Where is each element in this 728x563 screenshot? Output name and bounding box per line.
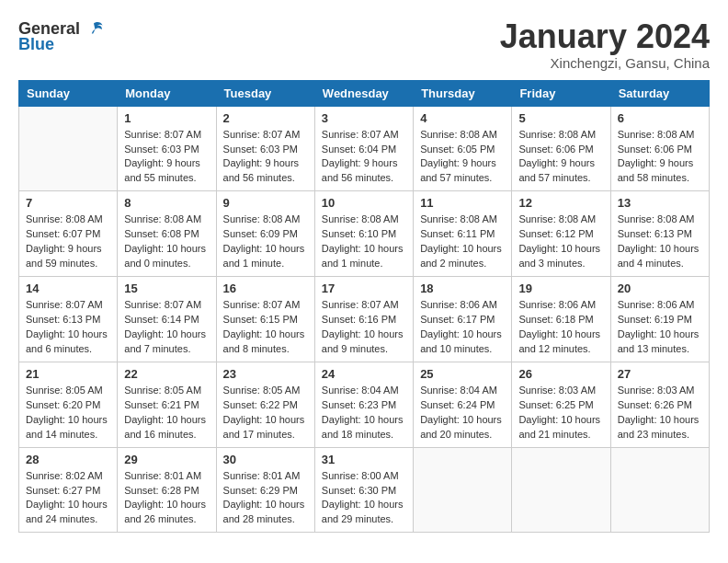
day-info: Sunrise: 8:08 AMSunset: 6:06 PMDaylight:…	[618, 128, 702, 187]
table-row: 18Sunrise: 8:06 AMSunset: 6:17 PMDayligh…	[414, 277, 512, 362]
title-block: January 2024 Xinchengzi, Gansu, China	[500, 18, 710, 71]
day-number: 6	[618, 111, 702, 125]
sunset-text: Sunset: 6:12 PM	[518, 227, 603, 242]
sunrise-text: Sunrise: 8:05 AM	[124, 384, 209, 398]
sunrise-text: Sunrise: 8:06 AM	[518, 298, 603, 313]
sunset-text: Sunset: 6:15 PM	[223, 313, 308, 327]
sunrise-text: Sunrise: 8:08 AM	[518, 128, 603, 143]
sunrise-text: Sunrise: 8:00 AM	[322, 469, 406, 484]
calendar-table: Sunday Monday Tuesday Wednesday Thursday…	[18, 80, 710, 534]
table-row: 4Sunrise: 8:08 AMSunset: 6:05 PMDaylight…	[414, 106, 512, 191]
sunrise-text: Sunrise: 8:01 AM	[223, 469, 308, 484]
day-number: 15	[124, 282, 209, 295]
calendar-week-row: 14Sunrise: 8:07 AMSunset: 6:13 PMDayligh…	[19, 277, 710, 362]
day-info: Sunrise: 8:07 AMSunset: 6:03 PMDaylight:…	[124, 128, 209, 187]
daylight-text: Daylight: 10 hours and 13 minutes.	[618, 327, 702, 357]
day-number: 26	[518, 367, 603, 381]
daylight-text: Daylight: 10 hours and 2 minutes.	[420, 242, 505, 271]
day-number: 30	[223, 453, 308, 466]
table-row	[512, 447, 610, 533]
day-number: 7	[26, 196, 110, 210]
location-subtitle: Xinchengzi, Gansu, China	[500, 55, 710, 71]
daylight-text: Daylight: 9 hours and 56 minutes.	[223, 156, 308, 186]
day-info: Sunrise: 8:04 AMSunset: 6:24 PMDaylight:…	[420, 384, 505, 442]
day-info: Sunrise: 8:08 AMSunset: 6:06 PMDaylight:…	[518, 128, 603, 187]
table-row: 20Sunrise: 8:06 AMSunset: 6:19 PMDayligh…	[610, 277, 709, 362]
day-info: Sunrise: 8:06 AMSunset: 6:19 PMDaylight:…	[618, 298, 702, 357]
table-row	[19, 106, 118, 191]
sunrise-text: Sunrise: 8:08 AM	[518, 213, 603, 227]
logo-blue: Blue	[18, 35, 54, 54]
daylight-text: Daylight: 10 hours and 14 minutes.	[26, 413, 110, 442]
sunset-text: Sunset: 6:03 PM	[223, 143, 308, 157]
header-thursday: Thursday	[414, 80, 512, 106]
day-info: Sunrise: 8:08 AMSunset: 6:09 PMDaylight:…	[223, 213, 308, 271]
daylight-text: Daylight: 10 hours and 21 minutes.	[518, 413, 603, 442]
daylight-text: Daylight: 10 hours and 23 minutes.	[618, 413, 702, 442]
table-row: 29Sunrise: 8:01 AMSunset: 6:28 PMDayligh…	[118, 447, 216, 533]
day-number: 16	[223, 282, 308, 295]
table-row: 7Sunrise: 8:08 AMSunset: 6:07 PMDaylight…	[19, 191, 118, 277]
day-number: 17	[322, 282, 406, 295]
day-number: 21	[26, 367, 110, 381]
table-row: 28Sunrise: 8:02 AMSunset: 6:27 PMDayligh…	[19, 447, 118, 533]
sunrise-text: Sunrise: 8:04 AM	[420, 384, 505, 398]
day-info: Sunrise: 8:03 AMSunset: 6:26 PMDaylight:…	[618, 384, 702, 442]
daylight-text: Daylight: 10 hours and 10 minutes.	[420, 327, 505, 357]
sunrise-text: Sunrise: 8:03 AM	[518, 384, 603, 398]
day-number: 29	[124, 453, 209, 466]
sunset-text: Sunset: 6:25 PM	[518, 398, 603, 413]
day-info: Sunrise: 8:04 AMSunset: 6:23 PMDaylight:…	[322, 384, 406, 442]
table-row: 30Sunrise: 8:01 AMSunset: 6:29 PMDayligh…	[216, 447, 314, 533]
sunrise-text: Sunrise: 8:08 AM	[420, 213, 505, 227]
sunrise-text: Sunrise: 8:01 AM	[124, 469, 209, 484]
day-info: Sunrise: 8:05 AMSunset: 6:21 PMDaylight:…	[124, 384, 209, 442]
sunset-text: Sunset: 6:27 PM	[26, 484, 110, 499]
table-row: 9Sunrise: 8:08 AMSunset: 6:09 PMDaylight…	[216, 191, 314, 277]
daylight-text: Daylight: 10 hours and 7 minutes.	[124, 327, 209, 357]
day-info: Sunrise: 8:07 AMSunset: 6:13 PMDaylight:…	[26, 298, 110, 357]
sunrise-text: Sunrise: 8:08 AM	[420, 128, 505, 143]
daylight-text: Daylight: 9 hours and 59 minutes.	[26, 242, 110, 271]
day-number: 25	[420, 367, 505, 381]
table-row	[414, 447, 512, 533]
daylight-text: Daylight: 10 hours and 26 minutes.	[124, 498, 209, 527]
day-number: 22	[124, 367, 209, 381]
table-row: 1Sunrise: 8:07 AMSunset: 6:03 PMDaylight…	[118, 106, 216, 191]
sunrise-text: Sunrise: 8:07 AM	[124, 128, 209, 143]
sunrise-text: Sunrise: 8:02 AM	[26, 469, 110, 484]
daylight-text: Daylight: 10 hours and 17 minutes.	[223, 413, 308, 442]
sunrise-text: Sunrise: 8:07 AM	[223, 128, 308, 143]
day-number: 18	[420, 282, 505, 295]
daylight-text: Daylight: 10 hours and 28 minutes.	[223, 498, 308, 527]
sunset-text: Sunset: 6:28 PM	[124, 484, 209, 499]
calendar-week-row: 1Sunrise: 8:07 AMSunset: 6:03 PMDaylight…	[19, 106, 710, 191]
day-info: Sunrise: 8:08 AMSunset: 6:11 PMDaylight:…	[420, 213, 505, 271]
day-info: Sunrise: 8:07 AMSunset: 6:14 PMDaylight:…	[124, 298, 209, 357]
day-info: Sunrise: 8:07 AMSunset: 6:15 PMDaylight:…	[223, 298, 308, 357]
day-number: 10	[322, 196, 406, 210]
table-row: 19Sunrise: 8:06 AMSunset: 6:18 PMDayligh…	[512, 277, 610, 362]
sunset-text: Sunset: 6:16 PM	[322, 313, 406, 327]
sunrise-text: Sunrise: 8:08 AM	[618, 213, 702, 227]
sunset-text: Sunset: 6:14 PM	[124, 313, 209, 327]
table-row: 26Sunrise: 8:03 AMSunset: 6:25 PMDayligh…	[512, 362, 610, 447]
table-row: 11Sunrise: 8:08 AMSunset: 6:11 PMDayligh…	[414, 191, 512, 277]
table-row: 17Sunrise: 8:07 AMSunset: 6:16 PMDayligh…	[314, 277, 413, 362]
calendar-body: 1Sunrise: 8:07 AMSunset: 6:03 PMDaylight…	[19, 106, 710, 533]
sunrise-text: Sunrise: 8:06 AM	[420, 298, 505, 313]
table-row: 6Sunrise: 8:08 AMSunset: 6:06 PMDaylight…	[610, 106, 709, 191]
day-number: 14	[26, 282, 110, 295]
day-number: 3	[322, 111, 406, 125]
table-row: 14Sunrise: 8:07 AMSunset: 6:13 PMDayligh…	[19, 277, 118, 362]
sunset-text: Sunset: 6:18 PM	[518, 313, 603, 327]
table-row: 2Sunrise: 8:07 AMSunset: 6:03 PMDaylight…	[216, 106, 314, 191]
sunset-text: Sunset: 6:22 PM	[223, 398, 308, 413]
sunset-text: Sunset: 6:11 PM	[420, 227, 505, 242]
sunrise-text: Sunrise: 8:06 AM	[618, 298, 702, 313]
day-number: 27	[618, 367, 702, 381]
table-row: 22Sunrise: 8:05 AMSunset: 6:21 PMDayligh…	[118, 362, 216, 447]
sunset-text: Sunset: 6:08 PM	[124, 227, 209, 242]
day-number: 19	[518, 282, 603, 295]
daylight-text: Daylight: 10 hours and 24 minutes.	[26, 498, 110, 527]
